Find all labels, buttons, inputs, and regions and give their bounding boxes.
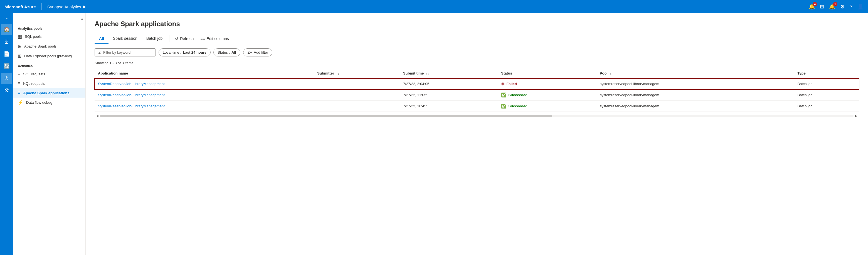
topbar: Microsoft Azure Synapse Analytics ▶ 🔔4 ⊞… (0, 0, 868, 13)
sidebar-item-sql-pools[interactable]: ▦ SQL pools (13, 32, 85, 41)
status-filter-btn[interactable]: Status : All (213, 49, 240, 57)
topbar-icons: 🔔4 ⊞ 🔔1 ⚙ ? 👤 (809, 4, 864, 10)
apache-spark-pools-icon: ⊞ (18, 44, 22, 49)
status-filter-value: All (231, 50, 236, 55)
sidebar-collapse-btn[interactable]: « (81, 17, 83, 21)
sidebar-item-data-flow-debug-label: Data flow debug (26, 100, 52, 104)
brand-label: Microsoft Azure (4, 4, 36, 9)
col-submit-time[interactable]: Submit time ↑↓ (400, 68, 498, 78)
sidebar-item-data-flow-debug[interactable]: ⚡ Data flow debug (13, 98, 85, 107)
edit-columns-icon: ≡≡ (200, 36, 205, 41)
keyword-filter-input[interactable]: ⊻ Filter by keyword (95, 49, 156, 57)
col-app-name: Application name (95, 68, 314, 78)
col-pool[interactable]: Pool ↑↓ (596, 68, 794, 78)
row-2-submitter (314, 90, 400, 101)
row-1-status: ⊗ Failed (498, 78, 596, 90)
tab-all[interactable]: All (95, 33, 108, 44)
col-status: Status (498, 68, 596, 78)
submit-time-sort-icon: ↑↓ (426, 72, 429, 75)
tab-batch-job[interactable]: Batch job (142, 33, 167, 44)
row-1-submitter (314, 78, 400, 90)
row-2-type: Batch job (794, 90, 859, 101)
help-icon[interactable]: ? (850, 4, 852, 10)
table-body: SystemReservedJob-LibraryManagement 7/27… (95, 78, 859, 112)
add-filter-icon: ⊻+ (247, 50, 252, 55)
row-2-app-name: SystemReservedJob-LibraryManagement (95, 90, 314, 101)
sidebar-item-sql-requests-label: SQL requests (23, 72, 45, 76)
data-explorer-pools-icon: ⊞ (18, 53, 22, 59)
time-filter-btn[interactable]: Local time : Last 24 hours (159, 49, 211, 57)
main-content: Apache Spark applications All Spark sess… (86, 13, 868, 255)
table-row[interactable]: SystemReservedJob-LibraryManagement 7/27… (95, 78, 859, 90)
row-3-status-label: Succeeded (508, 104, 527, 108)
sidebar-item-apache-spark-applications-label: Apache Spark applications (23, 91, 69, 95)
tab-spark-session[interactable]: Spark session (108, 33, 142, 44)
sidebar: « Analytics pools ▦ SQL pools ⊞ Apache S… (13, 13, 86, 255)
sidebar-collapse-area: « (13, 15, 85, 23)
rail-home-icon[interactable]: 🏠 (1, 24, 12, 35)
alerts-icon[interactable]: 🔔1 (829, 4, 835, 10)
refresh-button[interactable]: ↺ Refresh (172, 34, 197, 43)
refresh-label: Refresh (180, 36, 194, 41)
table-row[interactable]: SystemReservedJob-LibraryManagement 7/27… (95, 101, 859, 112)
filter-placeholder: Filter by keyword (103, 50, 130, 55)
succeeded-icon: ✅ (501, 92, 506, 98)
rail-database-icon[interactable]: 🗄 (1, 36, 12, 47)
table-row[interactable]: SystemReservedJob-LibraryManagement 7/27… (95, 90, 859, 101)
rail-monitor-icon[interactable]: ⏱ (1, 73, 12, 84)
showing-text: Showing 1 - 3 of 3 items (95, 61, 859, 65)
layout: » 🏠 🗄 📄 🔄 ⏱ 🛠 « Analytics pools ▦ SQL po… (0, 13, 868, 255)
sidebar-item-kql-requests[interactable]: ≡ KQL requests (13, 79, 85, 88)
sql-pools-icon: ▦ (18, 34, 22, 39)
sidebar-item-apache-spark-applications[interactable]: ≡ Apache Spark applications (13, 88, 85, 98)
account-icon[interactable]: 👤 (858, 4, 864, 10)
filter-row: ⊻ Filter by keyword Local time : Last 24… (95, 49, 859, 57)
row-2-status: ✅ Succeeded (498, 90, 596, 101)
row-3-app-name: SystemReservedJob-LibraryManagement (95, 101, 314, 112)
icon-rail: » 🏠 🗄 📄 🔄 ⏱ 🛠 (0, 13, 13, 255)
sidebar-item-data-explorer-pools[interactable]: ⊞ Data Explorer pools (preview) (13, 51, 85, 61)
col-type: Type (794, 68, 859, 78)
notifications-icon[interactable]: 🔔4 (809, 4, 815, 10)
col-submitter[interactable]: Submitter ↑↓ (314, 68, 400, 78)
row-2-submit-time: 7/27/22, 11:05: (400, 90, 498, 101)
scroll-track[interactable] (100, 115, 854, 117)
row-2-pool: systemreservedpool-librarymanagem (596, 90, 794, 101)
table-header: Application name Submitter ↑↓ Submit tim… (95, 68, 859, 78)
tabs-bar: All Spark session Batch job ↺ Refresh ≡≡… (95, 33, 859, 44)
rail-expand-btn[interactable]: » (5, 15, 9, 22)
data-flow-debug-icon: ⚡ (18, 100, 23, 105)
row-1-app-link[interactable]: SystemReservedJob-LibraryManagement (98, 82, 165, 86)
row-3-pool: systemreservedpool-librarymanagem (596, 101, 794, 112)
sidebar-item-sql-requests[interactable]: ≡ SQL requests (13, 69, 85, 79)
settings-icon[interactable]: ⚙ (840, 4, 845, 10)
row-3-submitter (314, 101, 400, 112)
time-filter-label: Local time : (163, 50, 181, 55)
page-title: Apache Spark applications (95, 20, 859, 28)
row-3-status: ✅ Succeeded (498, 101, 596, 112)
service-label: Synapse Analytics ▶ (47, 4, 86, 9)
rail-develop-icon[interactable]: 📄 (1, 49, 12, 60)
sql-requests-icon: ≡ (18, 71, 20, 76)
row-2-app-link[interactable]: SystemReservedJob-LibraryManagement (98, 93, 165, 97)
row-1-type: Batch job (794, 78, 859, 90)
table-header-row: Application name Submitter ↑↓ Submit tim… (95, 68, 859, 78)
edit-columns-button[interactable]: ≡≡ Edit columns (197, 34, 232, 43)
tabs-divider (169, 35, 169, 42)
dashboard-icon[interactable]: ⊞ (820, 4, 824, 10)
scroll-thumb[interactable] (100, 115, 552, 117)
sidebar-item-sql-pools-label: SQL pools (25, 34, 41, 39)
scroll-left-arrow[interactable]: ◀ (95, 114, 100, 117)
sidebar-item-apache-spark-pools[interactable]: ⊞ Apache Spark pools (13, 41, 85, 51)
row-3-app-link[interactable]: SystemReservedJob-LibraryManagement (98, 104, 165, 108)
edit-columns-label: Edit columns (207, 36, 229, 41)
time-filter-value: Last 24 hours (183, 50, 207, 55)
horizontal-scrollbar[interactable]: ◀ ▶ (95, 113, 859, 119)
rail-integrate-icon[interactable]: 🔄 (1, 61, 12, 72)
data-table: Application name Submitter ↑↓ Submit tim… (95, 68, 859, 112)
scroll-right-arrow[interactable]: ▶ (854, 114, 859, 117)
row-3-submit-time: 7/27/22, 10:45: (400, 101, 498, 112)
rail-manage-icon[interactable]: 🛠 (1, 85, 12, 96)
row-3-type: Batch job (794, 101, 859, 112)
add-filter-btn[interactable]: ⊻+ Add filter (243, 49, 272, 57)
